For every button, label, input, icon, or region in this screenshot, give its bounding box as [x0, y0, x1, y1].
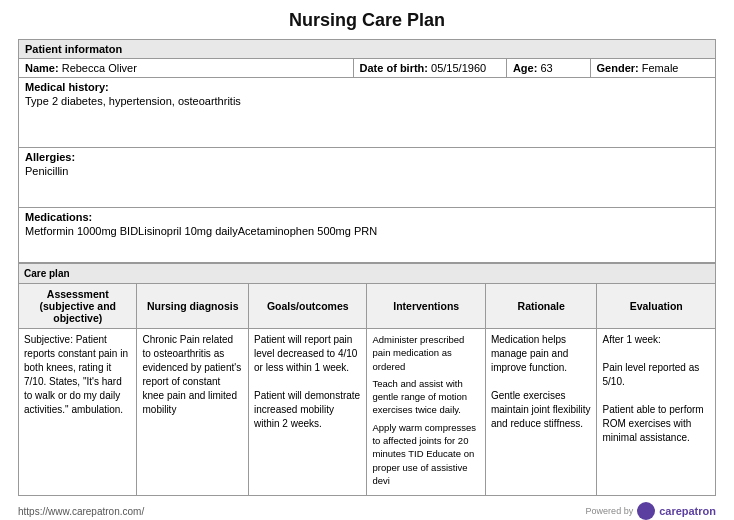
care-plan-header: Care plan — [19, 264, 716, 284]
goals-cell: Patient will report pain level decreased… — [249, 329, 367, 496]
medical-history-label: Medical history: — [25, 81, 709, 93]
diagnosis-cell: Chronic Pain related to osteoarthritis a… — [137, 329, 249, 496]
col-goals: Goals/outcomes — [249, 284, 367, 329]
carepatron-logo: Powered by carepatron — [586, 502, 716, 520]
medical-history-value: Type 2 diabetes, hypertension, osteoarth… — [25, 95, 709, 107]
dob-label: Date of birth: — [360, 62, 428, 74]
page-title: Nursing Care Plan — [18, 10, 716, 31]
col-rationale: Rationale — [485, 284, 597, 329]
brand-name: carepatron — [659, 505, 716, 517]
col-evaluation: Evaluation — [597, 284, 716, 329]
care-plan-table: Care plan Assessment (subjective and obj… — [18, 263, 716, 496]
powered-by-text: Powered by — [586, 506, 634, 516]
footer: https://www.carepatron.com/ Powered by c… — [18, 502, 716, 520]
medications-value: Metformin 1000mg BIDLisinopril 10mg dail… — [25, 225, 709, 237]
age-value: 63 — [540, 62, 552, 74]
patient-info-table: Patient informaton Name: Rebecca Oliver … — [18, 39, 716, 263]
evaluation-cell: After 1 week: Pain level reported as 5/1… — [597, 329, 716, 496]
gender-value: Female — [642, 62, 679, 74]
col-interventions: Interventions — [367, 284, 485, 329]
gender-label: Gender: — [597, 62, 639, 74]
assessment-cell: Subjective: Patient reports constant pai… — [19, 329, 137, 496]
col-diagnosis: Nursing diagnosis — [137, 284, 249, 329]
name-value: Rebecca Oliver — [62, 62, 137, 74]
patient-info-header: Patient informaton — [19, 40, 716, 59]
name-label: Name: — [25, 62, 59, 74]
allergies-label: Allergies: — [25, 151, 709, 163]
dob-value: 05/15/1960 — [431, 62, 486, 74]
allergies-value: Penicillin — [25, 165, 709, 177]
footer-url[interactable]: https://www.carepatron.com/ — [18, 506, 144, 517]
interventions-cell: Administer prescribed pain medication as… — [367, 329, 485, 496]
rationale-cell: Medication helps manage pain and improve… — [485, 329, 597, 496]
col-assessment: Assessment (subjective and objective) — [19, 284, 137, 329]
age-label: Age: — [513, 62, 537, 74]
medications-label: Medications: — [25, 211, 709, 223]
carepatron-icon — [637, 502, 655, 520]
